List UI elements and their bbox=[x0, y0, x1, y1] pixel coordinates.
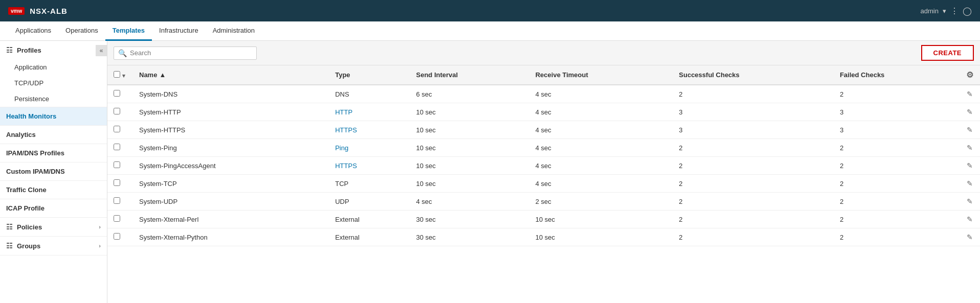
edit-icon[interactable]: ✎ bbox=[967, 108, 973, 116]
row-failed-checks: 2 bbox=[834, 139, 960, 157]
row-successful-checks: 2 bbox=[673, 157, 834, 175]
row-checkbox-2[interactable] bbox=[114, 126, 120, 132]
sidebar-item-application[interactable]: Application bbox=[0, 59, 107, 75]
nav-item-infrastructure[interactable]: Infrastructure bbox=[152, 21, 206, 41]
search-box: 🔍 bbox=[114, 46, 257, 60]
row-type[interactable]: HTTPS bbox=[329, 121, 410, 139]
row-checkbox-cell bbox=[107, 157, 133, 175]
row-name: System-UDP bbox=[133, 193, 329, 211]
top-bar: vmw NSX-ALB admin ▾ ⋮ ◯ bbox=[0, 0, 980, 21]
sidebar-header-profiles[interactable]: ☷ Profiles ▾ bbox=[0, 41, 107, 59]
row-type[interactable]: HTTPS bbox=[329, 157, 410, 175]
icap-profile-label: ICAP Profile bbox=[6, 204, 44, 212]
sidebar-header-groups[interactable]: ☷ Groups › bbox=[0, 237, 107, 255]
sidebar-header-icap-profile[interactable]: ICAP Profile bbox=[0, 199, 107, 217]
username-label: admin bbox=[921, 7, 939, 15]
row-type: DNS bbox=[329, 85, 410, 103]
row-edit-cell[interactable]: ✎ bbox=[960, 121, 980, 139]
sidebar-section-analytics: Analytics bbox=[0, 126, 107, 144]
col-send-interval: Send Interval bbox=[410, 65, 529, 85]
row-checkbox-6[interactable] bbox=[114, 197, 120, 204]
sidebar-item-tcpudp[interactable]: TCP/UDP bbox=[0, 75, 107, 91]
edit-icon[interactable]: ✎ bbox=[967, 144, 973, 152]
dots-icon[interactable]: ⋮ bbox=[950, 6, 959, 16]
row-edit-cell[interactable]: ✎ bbox=[960, 211, 980, 228]
row-send-interval: 30 sec bbox=[410, 228, 529, 246]
col-name[interactable]: Name ▲ bbox=[133, 65, 329, 85]
nav-item-applications[interactable]: Applications bbox=[8, 21, 58, 41]
edit-icon[interactable]: ✎ bbox=[967, 179, 973, 188]
policies-chevron-icon: › bbox=[99, 224, 101, 230]
row-edit-cell[interactable]: ✎ bbox=[960, 103, 980, 121]
edit-icon[interactable]: ✎ bbox=[967, 161, 973, 170]
row-checkbox-7[interactable] bbox=[114, 215, 120, 222]
edit-icon[interactable]: ✎ bbox=[967, 126, 973, 134]
col-receive-timeout: Receive Timeout bbox=[529, 65, 673, 85]
table-row: System-TCPTCP10 sec4 sec22✎ bbox=[107, 175, 980, 193]
search-input[interactable] bbox=[130, 49, 252, 57]
edit-icon[interactable]: ✎ bbox=[967, 197, 973, 205]
row-type[interactable]: HTTP bbox=[329, 103, 410, 121]
select-all-cell: ▾ bbox=[107, 65, 133, 85]
vmw-logo: vmw bbox=[8, 7, 25, 15]
edit-icon[interactable]: ✎ bbox=[967, 90, 973, 98]
row-receive-timeout: 4 sec bbox=[529, 103, 673, 121]
select-all-checkbox[interactable] bbox=[114, 71, 120, 78]
nav-item-operations[interactable]: Operations bbox=[58, 21, 105, 41]
row-checkbox-0[interactable] bbox=[114, 90, 120, 97]
edit-icon[interactable]: ✎ bbox=[967, 215, 973, 223]
row-checkbox-8[interactable] bbox=[114, 233, 120, 240]
row-checkbox-4[interactable] bbox=[114, 161, 120, 168]
sidebar-header-custom-ipam[interactable]: Custom IPAM/DNS bbox=[0, 162, 107, 180]
row-send-interval: 10 sec bbox=[410, 175, 529, 193]
col-settings[interactable]: ⚙ bbox=[960, 65, 980, 85]
row-edit-cell[interactable]: ✎ bbox=[960, 85, 980, 103]
row-edit-cell[interactable]: ✎ bbox=[960, 139, 980, 157]
row-edit-cell[interactable]: ✎ bbox=[960, 175, 980, 193]
row-receive-timeout: 4 sec bbox=[529, 85, 673, 103]
row-checkbox-5[interactable] bbox=[114, 179, 120, 186]
create-button[interactable]: CREATE bbox=[921, 45, 974, 61]
row-successful-checks: 2 bbox=[673, 211, 834, 228]
col-send-interval-label: Send Interval bbox=[416, 71, 458, 79]
row-type[interactable]: Ping bbox=[329, 139, 410, 157]
row-failed-checks: 2 bbox=[834, 193, 960, 211]
sidebar-header-policies[interactable]: ☷ Policies › bbox=[0, 218, 107, 236]
health-monitors-label: Health Monitors bbox=[6, 112, 56, 120]
settings-icon[interactable]: ⚙ bbox=[966, 71, 973, 79]
row-failed-checks: 3 bbox=[834, 121, 960, 139]
row-name: System-Xternal-Perl bbox=[133, 211, 329, 228]
traffic-clone-label: Traffic Clone bbox=[6, 186, 47, 194]
sidebar-item-persistence[interactable]: Persistence bbox=[0, 91, 107, 107]
row-edit-cell[interactable]: ✎ bbox=[960, 228, 980, 246]
row-edit-cell[interactable]: ✎ bbox=[960, 193, 980, 211]
sidebar-header-ipam-dns[interactable]: IPAM/DNS Profiles bbox=[0, 144, 107, 162]
sidebar-header-analytics[interactable]: Analytics bbox=[0, 126, 107, 144]
col-successful-checks-label: Successful Checks bbox=[679, 71, 740, 79]
chevron-down-icon[interactable]: ▾ bbox=[943, 7, 946, 15]
nav-item-administration[interactable]: Administration bbox=[206, 21, 262, 41]
edit-icon[interactable]: ✎ bbox=[967, 233, 973, 241]
row-send-interval: 10 sec bbox=[410, 121, 529, 139]
row-checkbox-1[interactable] bbox=[114, 108, 120, 114]
sidebar-collapse-button[interactable]: « bbox=[96, 45, 107, 56]
table-row: System-UDPUDP4 sec2 sec22✎ bbox=[107, 193, 980, 211]
nav-item-templates[interactable]: Templates bbox=[105, 21, 152, 41]
row-edit-cell[interactable]: ✎ bbox=[960, 157, 980, 175]
row-checkbox-cell bbox=[107, 193, 133, 211]
sidebar-header-health-monitors[interactable]: Health Monitors bbox=[0, 107, 107, 125]
row-failed-checks: 2 bbox=[834, 157, 960, 175]
user-icon[interactable]: ◯ bbox=[963, 6, 972, 16]
main-layout: « ☷ Profiles ▾ Application TCP/UDP Persi… bbox=[0, 41, 980, 303]
col-type: Type bbox=[329, 65, 410, 85]
row-receive-timeout: 10 sec bbox=[529, 228, 673, 246]
row-checkbox-cell bbox=[107, 211, 133, 228]
toolbar: 🔍 CREATE bbox=[107, 41, 980, 65]
row-checkbox-3[interactable] bbox=[114, 144, 120, 150]
sidebar-header-traffic-clone[interactable]: Traffic Clone bbox=[0, 181, 107, 199]
row-checkbox-cell bbox=[107, 103, 133, 121]
table-row: System-HTTPSHTTPS10 sec4 sec33✎ bbox=[107, 121, 980, 139]
row-checkbox-cell bbox=[107, 139, 133, 157]
sidebar-section-health-monitors: Health Monitors bbox=[0, 107, 107, 126]
row-receive-timeout: 4 sec bbox=[529, 139, 673, 157]
